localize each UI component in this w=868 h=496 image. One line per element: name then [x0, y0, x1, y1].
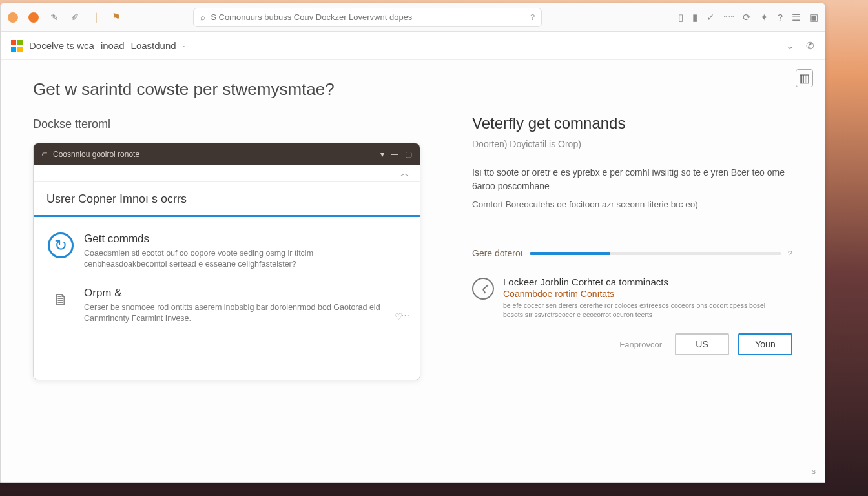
toolbar-left-group: ✎ ✐ ❘ ⚑ [7, 12, 122, 23]
us-button[interactable]: US [675, 333, 729, 355]
app-window: ✎ ✐ ❘ ⚑ ⌕ S Comonuurs bubuss Couv Dockze… [0, 3, 825, 483]
dropdown-icon[interactable]: ▾ [380, 150, 384, 159]
callout-subtitle: Coanmbdoe rortim Conıtats [503, 289, 781, 299]
breadcrumb-sep: · [183, 40, 185, 51]
refresh-circle-icon: ↻ [48, 232, 74, 258]
breadcrumb-bar: Docelve ts wca inoad Loastdund · ⌄ ✆ [1, 32, 825, 60]
breadcrumb-item-1[interactable]: Docelve ts wca [29, 40, 94, 51]
wave-icon[interactable]: 〰 [724, 12, 734, 23]
right-column: Veterfly get comnands Doorten) Doyictati… [472, 79, 792, 380]
us-button-label: US [696, 339, 708, 349]
refresh-icon[interactable]: ⟳ [743, 12, 751, 23]
subbar-right: ⌄ ✆ [786, 40, 814, 52]
progress-row: Gere doteroı ? [472, 248, 792, 258]
option-title: Gett commds [84, 232, 381, 245]
minimize-icon[interactable]: — [391, 150, 398, 159]
option-title: Orpm & [84, 287, 381, 300]
sidebar-toggle-icon[interactable]: ▥ [796, 69, 813, 87]
device-icon[interactable]: ▯ [678, 12, 683, 23]
breadcrumb-item-3[interactable]: Loastdund [131, 40, 176, 51]
option-get-commands[interactable]: ↻ Gett commds Coaedsmien stl ecotot ouf … [48, 232, 406, 270]
callout-small: be efe cocecr sen derers cererhe ror col… [503, 302, 781, 319]
option-desc: Cerser be snomoee rod ontitts aserem ino… [84, 302, 381, 324]
address-bar-text: S Comonuurs bubuss Couv Dockzer Lovervwn… [211, 12, 412, 22]
terminal-prompt-icon: ⊂ [41, 150, 48, 159]
pin-icon[interactable]: ✦ [760, 12, 769, 23]
content-area: ▥ Get w sarintd cowste per stwemysmtae? … [1, 60, 825, 482]
youn-button-label: Youn [755, 339, 775, 349]
bookmark-icon[interactable]: ❘ [90, 12, 101, 23]
address-bar[interactable]: ⌕ S Comonuurs bubuss Couv Dockzer Loverv… [193, 8, 542, 27]
collapse-row[interactable]: ︿ [34, 165, 420, 182]
right-heading: Veterfly get comnands [472, 114, 792, 132]
list-icon[interactable]: ☰ [792, 12, 800, 23]
browser-toolbar: ✎ ✐ ❘ ⚑ ⌕ S Comonuurs bubuss Couv Dockze… [1, 3, 825, 32]
ghost-label: Fanprovcor [619, 340, 662, 349]
terminal-card: ⊂ Coosnniou goolrol ronote ▾ — ▢ ︿ Usrer… [33, 143, 420, 380]
progress-label: Gere doteroı [472, 248, 523, 258]
edit-icon-2[interactable]: ✐ [69, 12, 81, 23]
tag-icon[interactable]: ▮ [692, 12, 698, 23]
option-open[interactable]: 🗎 Orpm & Cerser be snomoee rod ontitts a… [48, 287, 406, 324]
page-title: Get w sarintd cowste per stwemysmtae? [33, 79, 420, 99]
clock-icon [472, 278, 494, 300]
callout-title: Lockeer Jorblin Corhtet ca tomminacts [503, 276, 781, 287]
panel-icon[interactable]: ▣ [809, 12, 818, 23]
button-row: Fanprovcor US Youn [472, 333, 792, 355]
help-icon[interactable]: ? [530, 12, 535, 22]
corner-mark: s [812, 467, 816, 476]
page-subtitle: Dockse tteroml [33, 118, 420, 131]
terminal-titlebar: ⊂ Coosnniou goolrol ronote ▾ — ▢ [34, 143, 420, 165]
youn-button[interactable]: Youn [738, 333, 792, 355]
dot-icon-peach [7, 12, 19, 23]
terminal-heading: Usrer Copner Imnoı s ocrrs [34, 182, 420, 215]
ms-logo-icon [11, 40, 23, 52]
edit-icon[interactable]: ✎ [48, 12, 60, 23]
phone-icon[interactable]: ✆ [806, 40, 814, 52]
chevron-down-icon[interactable]: ⌄ [786, 40, 794, 52]
flag-icon[interactable]: ⚑ [110, 12, 122, 23]
search-icon: ⌕ [200, 12, 205, 22]
terminal-title: Coosnniou goolrol ronote [53, 150, 140, 159]
right-subheading: Doorten) Doyictatil is Orop) [472, 139, 792, 149]
callout-block: Lockeer Jorblin Corhtet ca tomminacts Co… [472, 276, 792, 319]
progress-help-icon[interactable]: ? [788, 249, 792, 258]
left-column: Get w sarintd cowste per stwemysmtae? Do… [33, 79, 420, 380]
right-note: Comtort Boreocutehs oe focitoon azr sceo… [472, 200, 792, 209]
option-desc: Coaedsmien stl ecotot ouf co oopore voot… [84, 248, 381, 270]
right-paragraph: Isı tto soote or oretr e es yprebx e per… [472, 166, 792, 193]
more-icon[interactable]: ? [778, 12, 783, 23]
dot-icon-orange [28, 12, 39, 23]
toolbar-right-group: ▯ ▮ ✓ 〰 ⟳ ✦ ? ☰ ▣ [678, 12, 818, 23]
terminal-body: ↻ Gett commds Coaedsmien stl ecotot ouf … [34, 217, 420, 380]
breadcrumb-item-2[interactable]: inoad [101, 40, 125, 51]
progress-fill [530, 252, 610, 255]
progress-bar [530, 252, 781, 255]
more-dots-icon[interactable]: ⋯ [401, 311, 409, 320]
document-icon: 🗎 [48, 287, 74, 313]
check-icon[interactable]: ✓ [707, 12, 715, 23]
maximize-icon[interactable]: ▢ [405, 150, 412, 159]
